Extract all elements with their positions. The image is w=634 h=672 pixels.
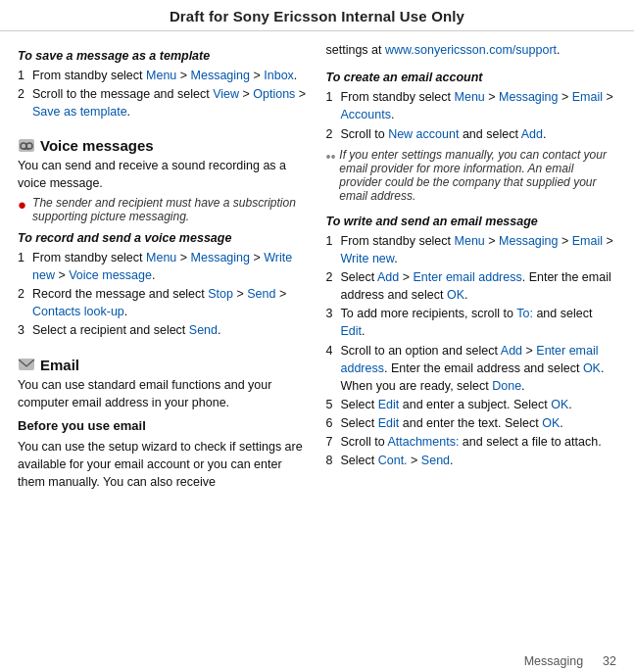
left-column: To save a message as a template 1 From s…: [18, 41, 309, 627]
step-num-c1: 1: [326, 88, 338, 123]
create-step-1-text: From standby select Menu > Messaging > E…: [341, 88, 617, 123]
link-ok-ws6[interactable]: OK: [542, 416, 560, 430]
link-send-r2[interactable]: Send: [247, 287, 275, 301]
link-new-account[interactable]: New account: [388, 127, 459, 141]
voice-messages-label: Voice messages: [40, 137, 154, 154]
footer-page-number: 32: [603, 654, 616, 668]
step-num-ws4: 4: [326, 342, 338, 395]
link-messaging-c1[interactable]: Messaging: [499, 90, 558, 104]
page: Draft for Sony Ericsson Internal Use Onl…: [0, 0, 634, 672]
create-step-1: 1 From standby select Menu > Messaging >…: [326, 88, 617, 123]
link-save-as-template[interactable]: Save as template: [32, 105, 127, 119]
create-step-2: 2 Scroll to New account and select Add.: [326, 125, 617, 143]
save-template-heading: To save a message as a template: [18, 47, 309, 65]
email-heading: Email: [18, 357, 309, 373]
page-header: Draft for Sony Ericsson Internal Use Onl…: [0, 0, 634, 31]
save-step-2: 2 Scroll to the message and select View …: [18, 85, 309, 120]
ws-step-1: 1 From standby select Menu > Messaging >…: [326, 232, 617, 267]
link-done-ws4[interactable]: Done: [492, 379, 521, 393]
record-step-1-text: From standby select Menu > Messaging > W…: [32, 249, 309, 284]
link-edit-ws3[interactable]: Edit: [341, 324, 363, 338]
email-body: You can use standard email functions and…: [18, 376, 309, 411]
ws-step-6: 6 Select Edit and enter the text. Select…: [326, 414, 617, 432]
link-messaging-1[interactable]: Messaging: [191, 69, 250, 82]
ws-step-7: 7 Scroll to Attachments: and select a fi…: [326, 433, 617, 451]
link-attachments[interactable]: Attachments:: [387, 435, 459, 449]
link-view[interactable]: View: [213, 87, 239, 101]
link-email-ws1[interactable]: Email: [572, 234, 603, 248]
note-icon: ••: [326, 149, 336, 165]
content-area: To save a message as a template 1 From s…: [0, 31, 634, 637]
link-voice-message[interactable]: Voice message: [69, 268, 152, 282]
record-step-2: 2 Record the message and select Stop > S…: [18, 285, 309, 320]
link-edit-ws6[interactable]: Edit: [378, 416, 400, 430]
record-step-3: 3 Select a recipient and select Send.: [18, 321, 309, 339]
link-messaging-ws1[interactable]: Messaging: [499, 234, 558, 248]
continued-text: settings at www.sonyericsson.com/support…: [326, 41, 617, 59]
before-use-heading: Before you use email: [18, 417, 309, 436]
ws-step-4: 4 Scroll to an option and select Add > E…: [326, 342, 617, 395]
link-email-c1[interactable]: Email: [572, 90, 603, 104]
ws-step-8-text: Select Cont. > Send.: [341, 452, 454, 469]
link-add-ws4[interactable]: Add: [501, 344, 522, 358]
ws-step-2-text: Select Add > Enter email address. Enter …: [341, 268, 617, 304]
voice-messages-body: You can send and receive a sound recordi…: [18, 157, 309, 192]
warning-icon: ●: [18, 196, 26, 213]
step-num-r3: 3: [18, 321, 29, 339]
record-step-3-text: Select a recipient and select Send.: [32, 321, 221, 339]
link-send-ws8[interactable]: Send: [421, 454, 450, 467]
ws-step-5-text: Select Edit and enter a subject. Select …: [341, 396, 572, 413]
voice-warning-block: ● The sender and recipient must have a s…: [18, 196, 309, 223]
page-footer: Messaging 32: [524, 654, 616, 668]
link-inbox[interactable]: Inbox: [264, 69, 294, 82]
ws-step-1-text: From standby select Menu > Messaging > E…: [341, 232, 617, 267]
step-num-ws1: 1: [326, 232, 338, 267]
step-num-r2: 2: [18, 285, 29, 320]
write-send-heading: To write and send an email message: [326, 213, 617, 230]
link-support-url[interactable]: www.sonyericsson.com/support: [385, 43, 557, 57]
link-enter-email-ws4[interactable]: Enter email address: [341, 344, 599, 375]
link-add-c2[interactable]: Add: [521, 127, 543, 141]
voicemail-icon: [18, 138, 35, 153]
link-enter-email-ws2[interactable]: Enter email address: [414, 270, 522, 284]
email-section: Email You can use standard email functio…: [18, 349, 309, 495]
record-step-1: 1 From standby select Menu > Messaging >…: [18, 249, 309, 284]
save-step-2-text: Scroll to the message and select View > …: [32, 85, 309, 120]
link-contacts-lookup[interactable]: Contacts look-up: [32, 305, 124, 318]
step-num-ws2: 2: [326, 268, 338, 304]
link-add-ws2[interactable]: Add: [377, 270, 399, 284]
link-to-field[interactable]: To:: [516, 307, 533, 320]
step-num-2: 2: [18, 85, 29, 120]
link-cont[interactable]: Cont.: [378, 454, 408, 467]
note-block: •• If you enter settings manually, you c…: [326, 148, 617, 203]
link-stop[interactable]: Stop: [208, 287, 233, 301]
link-messaging-r1[interactable]: Messaging: [191, 251, 250, 264]
step-num-c2: 2: [326, 125, 338, 143]
step-num-r1: 1: [18, 249, 29, 284]
voice-warning-text: The sender and recipient must have a sub…: [32, 196, 308, 223]
note-text: If you enter settings manually, you can …: [339, 148, 616, 203]
link-menu-ws1[interactable]: Menu: [455, 234, 485, 248]
link-send-r3[interactable]: Send: [189, 323, 218, 337]
email-icon: [18, 358, 35, 371]
before-use-body: You can use the setup wizard to check if…: [18, 438, 309, 491]
link-menu-1[interactable]: Menu: [146, 69, 176, 82]
link-edit-ws5[interactable]: Edit: [378, 398, 400, 411]
link-ok-ws5[interactable]: OK: [551, 398, 568, 411]
voice-messages-section: Voice messages You can send and receive …: [18, 129, 309, 341]
step-num-ws6: 6: [326, 414, 338, 432]
save-template-section: To save a message as a template 1 From s…: [18, 41, 309, 122]
link-menu-c1[interactable]: Menu: [455, 90, 485, 104]
ws-step-8: 8 Select Cont. > Send.: [326, 452, 617, 469]
link-menu-r1[interactable]: Menu: [146, 251, 176, 264]
link-options[interactable]: Options: [253, 87, 295, 101]
link-accounts[interactable]: Accounts: [341, 108, 391, 121]
ws-step-5: 5 Select Edit and enter a subject. Selec…: [326, 396, 617, 413]
link-write-new-ws1[interactable]: Write new: [341, 252, 395, 265]
link-ok-ws2[interactable]: OK: [447, 288, 464, 302]
ws-step-6-text: Select Edit and enter the text. Select O…: [341, 414, 563, 432]
link-ok-ws4[interactable]: OK: [583, 361, 601, 375]
step-num-ws8: 8: [326, 452, 338, 469]
svg-rect-4: [19, 359, 34, 370]
step-num-ws7: 7: [326, 433, 338, 451]
